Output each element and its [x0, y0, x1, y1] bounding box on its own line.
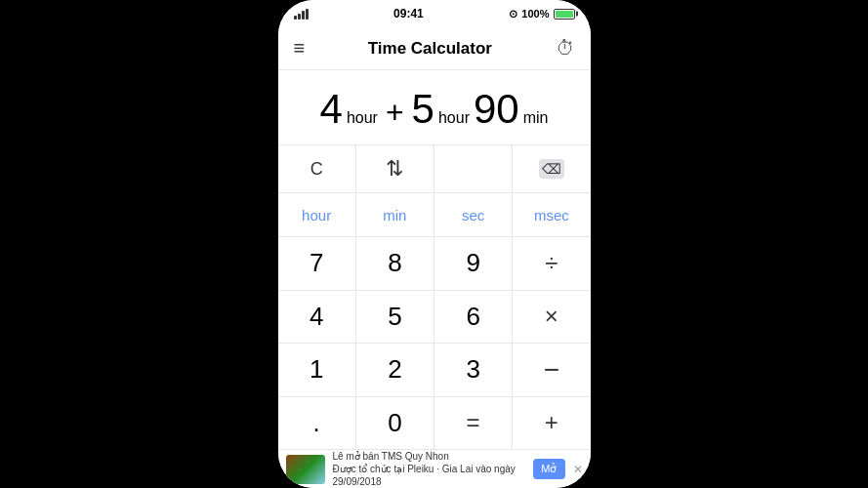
- special-row: C ⇅ ⌫: [278, 144, 591, 192]
- btn-6[interactable]: 6: [434, 291, 512, 344]
- swap-button[interactable]: ⇅: [356, 145, 434, 192]
- btn-dot[interactable]: .: [278, 397, 355, 450]
- btn-plus[interactable]: +: [513, 397, 590, 450]
- btn-7[interactable]: 7: [278, 237, 355, 290]
- battery-icon: [554, 9, 575, 20]
- app-title: Time Calculator: [368, 39, 492, 59]
- menu-icon[interactable]: ≡: [294, 37, 306, 60]
- first-number: 4: [320, 86, 343, 133]
- btn-multiply[interactable]: ×: [513, 291, 590, 344]
- calculator-display: 4 hour + 5 hour 90 min: [278, 70, 591, 144]
- second-number: 5: [412, 86, 434, 133]
- backspace-icon: ⌫: [539, 159, 564, 179]
- unit-row: hour min sec msec: [278, 192, 591, 236]
- app-header: ≡ Time Calculator ⏱: [278, 27, 591, 70]
- btn-1[interactable]: 1: [278, 344, 355, 396]
- second-unit: hour: [438, 109, 470, 127]
- result-unit: min: [523, 109, 549, 127]
- btn-minus[interactable]: −: [513, 344, 590, 396]
- btn-0[interactable]: 0: [356, 397, 434, 450]
- phone-frame: 09:41 ⊙ 100% ≡ Time Calculator ⏱ 4 hour …: [278, 0, 591, 488]
- ad-close-button[interactable]: ✕: [573, 463, 583, 476]
- ad-subtitle: Được tổ chức tại Pleiku · Gia Lai vào ng…: [333, 463, 526, 488]
- ad-cta-button[interactable]: Mở: [533, 459, 564, 479]
- ad-banner: Lê mở bán TMS Quy Nhon Được tổ chức tại …: [278, 449, 591, 488]
- btn-5[interactable]: 5: [356, 291, 434, 344]
- signal-bars-icon: [294, 9, 309, 20]
- empty-special: [434, 145, 512, 192]
- unit-msec-button[interactable]: msec: [513, 193, 590, 236]
- ad-title: Lê mở bán TMS Quy Nhon: [333, 450, 526, 463]
- ad-text: Lê mở bán TMS Quy Nhon Được tổ chức tại …: [333, 450, 526, 488]
- wifi-icon: ⊙: [509, 8, 517, 20]
- result-number: 90: [474, 86, 519, 133]
- ad-thumbnail: [286, 455, 325, 484]
- status-bar: 09:41 ⊙ 100%: [278, 0, 591, 27]
- unit-sec-button[interactable]: sec: [434, 193, 512, 236]
- calculator-body: C ⇅ ⌫ hour min sec msec: [278, 144, 591, 449]
- battery-percent: 100%: [521, 8, 549, 20]
- numpad-grid: 7 8 9 ÷ 4 5 6 × 1 2 3 − . 0 = +: [278, 236, 591, 449]
- btn-equals[interactable]: =: [434, 397, 512, 450]
- btn-4[interactable]: 4: [278, 291, 355, 344]
- status-time: 09:41: [393, 7, 424, 20]
- history-icon[interactable]: ⏱: [556, 37, 575, 60]
- backspace-button[interactable]: ⌫: [513, 145, 590, 192]
- swap-icon: ⇅: [386, 156, 403, 182]
- btn-9[interactable]: 9: [434, 237, 512, 290]
- btn-8[interactable]: 8: [356, 237, 434, 290]
- signal-area: [294, 9, 309, 20]
- btn-3[interactable]: 3: [434, 344, 512, 396]
- operator-display: +: [386, 95, 404, 131]
- unit-hour-button[interactable]: hour: [278, 193, 355, 236]
- btn-2[interactable]: 2: [356, 344, 434, 396]
- unit-min-button[interactable]: min: [356, 193, 434, 236]
- status-right: ⊙ 100%: [509, 8, 574, 20]
- first-unit: hour: [347, 109, 378, 127]
- btn-divide[interactable]: ÷: [513, 237, 590, 290]
- clear-button[interactable]: C: [278, 145, 355, 192]
